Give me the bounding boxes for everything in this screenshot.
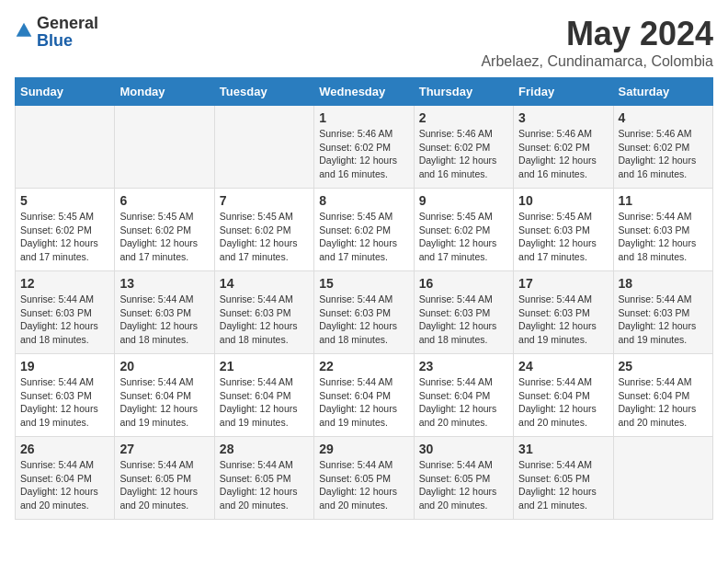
week-row-1: 1Sunrise: 5:46 AM Sunset: 6:02 PM Daylig…	[16, 106, 713, 189]
day-info: Sunrise: 5:44 AM Sunset: 6:04 PM Dayligh…	[419, 375, 508, 430]
day-info: Sunrise: 5:44 AM Sunset: 6:03 PM Dayligh…	[619, 293, 708, 347]
title-section: May 2024 Arbelaez, Cundinamarca, Colombi…	[481, 15, 713, 70]
calendar-table: SundayMondayTuesdayWednesdayThursdayFrid…	[15, 77, 713, 520]
empty-cell	[214, 106, 313, 189]
day-number: 29	[319, 442, 408, 456]
logo-icon	[15, 21, 33, 40]
day-cell-12: 12Sunrise: 5:44 AM Sunset: 6:03 PM Dayli…	[16, 271, 115, 354]
day-cell-7: 7Sunrise: 5:45 AM Sunset: 6:02 PM Daylig…	[214, 189, 313, 271]
header-cell-friday: Friday	[514, 78, 613, 106]
day-cell-16: 16Sunrise: 5:44 AM Sunset: 6:03 PM Dayli…	[414, 271, 513, 354]
day-number: 20	[119, 359, 209, 373]
empty-cell	[115, 106, 214, 189]
day-info: Sunrise: 5:44 AM Sunset: 6:03 PM Dayligh…	[20, 293, 109, 347]
day-info: Sunrise: 5:44 AM Sunset: 6:04 PM Dayligh…	[518, 375, 608, 430]
day-number: 4	[619, 110, 708, 125]
day-cell-29: 29Sunrise: 5:44 AM Sunset: 6:05 PM Dayli…	[314, 437, 414, 520]
day-number: 24	[518, 359, 608, 373]
day-number: 6	[119, 193, 209, 208]
day-cell-26: 26Sunrise: 5:44 AM Sunset: 6:04 PM Dayli…	[16, 437, 115, 520]
day-info: Sunrise: 5:44 AM Sunset: 6:04 PM Dayligh…	[119, 375, 209, 430]
day-number: 31	[518, 442, 608, 456]
day-cell-22: 22Sunrise: 5:44 AM Sunset: 6:04 PM Dayli…	[314, 354, 414, 437]
day-cell-23: 23Sunrise: 5:44 AM Sunset: 6:04 PM Dayli…	[414, 354, 513, 437]
day-cell-27: 27Sunrise: 5:44 AM Sunset: 6:05 PM Dayli…	[115, 437, 214, 520]
day-info: Sunrise: 5:44 AM Sunset: 6:05 PM Dayligh…	[220, 458, 309, 512]
subtitle: Arbelaez, Cundinamarca, Colombia	[481, 53, 713, 70]
day-info: Sunrise: 5:45 AM Sunset: 6:02 PM Dayligh…	[20, 210, 109, 264]
week-row-2: 5Sunrise: 5:45 AM Sunset: 6:02 PM Daylig…	[16, 189, 713, 271]
day-cell-15: 15Sunrise: 5:44 AM Sunset: 6:03 PM Dayli…	[314, 271, 414, 354]
day-number: 8	[319, 193, 408, 208]
day-number: 5	[20, 193, 109, 208]
day-cell-11: 11Sunrise: 5:44 AM Sunset: 6:03 PM Dayli…	[613, 189, 712, 271]
day-info: Sunrise: 5:44 AM Sunset: 6:05 PM Dayligh…	[119, 458, 209, 512]
page-header: General Blue May 2024 Arbelaez, Cundinam…	[15, 15, 713, 70]
day-cell-3: 3Sunrise: 5:46 AM Sunset: 6:02 PM Daylig…	[514, 106, 613, 189]
day-info: Sunrise: 5:44 AM Sunset: 6:04 PM Dayligh…	[619, 375, 708, 430]
day-cell-30: 30Sunrise: 5:44 AM Sunset: 6:05 PM Dayli…	[414, 437, 513, 520]
day-info: Sunrise: 5:45 AM Sunset: 6:03 PM Dayligh…	[518, 210, 608, 264]
day-info: Sunrise: 5:44 AM Sunset: 6:03 PM Dayligh…	[419, 293, 508, 347]
day-number: 10	[518, 193, 608, 208]
day-info: Sunrise: 5:45 AM Sunset: 6:02 PM Dayligh…	[220, 210, 309, 264]
day-info: Sunrise: 5:44 AM Sunset: 6:03 PM Dayligh…	[319, 293, 408, 347]
day-info: Sunrise: 5:44 AM Sunset: 6:03 PM Dayligh…	[220, 293, 309, 347]
day-cell-21: 21Sunrise: 5:44 AM Sunset: 6:04 PM Dayli…	[214, 354, 313, 437]
main-title: May 2024	[481, 15, 713, 53]
day-info: Sunrise: 5:46 AM Sunset: 6:02 PM Dayligh…	[419, 127, 508, 181]
day-info: Sunrise: 5:44 AM Sunset: 6:03 PM Dayligh…	[119, 293, 209, 347]
day-number: 19	[20, 359, 109, 373]
day-cell-31: 31Sunrise: 5:44 AM Sunset: 6:05 PM Dayli…	[514, 437, 613, 520]
logo-blue: Blue	[37, 32, 98, 50]
day-cell-25: 25Sunrise: 5:44 AM Sunset: 6:04 PM Dayli…	[613, 354, 712, 437]
day-number: 25	[619, 359, 708, 373]
day-number: 28	[220, 442, 309, 456]
header-cell-thursday: Thursday	[414, 78, 513, 106]
day-number: 30	[419, 442, 508, 456]
day-cell-2: 2Sunrise: 5:46 AM Sunset: 6:02 PM Daylig…	[414, 106, 513, 189]
header-cell-wednesday: Wednesday	[314, 78, 414, 106]
day-info: Sunrise: 5:46 AM Sunset: 6:02 PM Dayligh…	[319, 127, 408, 181]
day-cell-14: 14Sunrise: 5:44 AM Sunset: 6:03 PM Dayli…	[214, 271, 313, 354]
day-number: 15	[319, 276, 408, 291]
day-info: Sunrise: 5:44 AM Sunset: 6:04 PM Dayligh…	[220, 375, 309, 430]
empty-cell	[16, 106, 115, 189]
logo-general: General	[37, 15, 98, 32]
day-info: Sunrise: 5:45 AM Sunset: 6:02 PM Dayligh…	[119, 210, 209, 264]
day-info: Sunrise: 5:45 AM Sunset: 6:02 PM Dayligh…	[419, 210, 508, 264]
day-cell-13: 13Sunrise: 5:44 AM Sunset: 6:03 PM Dayli…	[115, 271, 214, 354]
header-cell-tuesday: Tuesday	[214, 78, 313, 106]
day-info: Sunrise: 5:44 AM Sunset: 6:05 PM Dayligh…	[319, 458, 408, 512]
week-row-4: 19Sunrise: 5:44 AM Sunset: 6:03 PM Dayli…	[16, 354, 713, 437]
header-cell-monday: Monday	[115, 78, 214, 106]
day-cell-1: 1Sunrise: 5:46 AM Sunset: 6:02 PM Daylig…	[314, 106, 414, 189]
day-number: 18	[619, 276, 708, 291]
day-number: 14	[220, 276, 309, 291]
day-info: Sunrise: 5:44 AM Sunset: 6:03 PM Dayligh…	[619, 210, 708, 264]
day-info: Sunrise: 5:44 AM Sunset: 6:03 PM Dayligh…	[518, 293, 608, 347]
day-cell-4: 4Sunrise: 5:46 AM Sunset: 6:02 PM Daylig…	[613, 106, 712, 189]
day-number: 23	[419, 359, 508, 373]
day-info: Sunrise: 5:44 AM Sunset: 6:04 PM Dayligh…	[319, 375, 408, 430]
day-number: 13	[119, 276, 209, 291]
header-cell-saturday: Saturday	[613, 78, 712, 106]
day-cell-8: 8Sunrise: 5:45 AM Sunset: 6:02 PM Daylig…	[314, 189, 414, 271]
day-number: 27	[119, 442, 209, 456]
day-info: Sunrise: 5:45 AM Sunset: 6:02 PM Dayligh…	[319, 210, 408, 264]
day-cell-28: 28Sunrise: 5:44 AM Sunset: 6:05 PM Dayli…	[214, 437, 313, 520]
day-number: 16	[419, 276, 508, 291]
header-row: SundayMondayTuesdayWednesdayThursdayFrid…	[16, 78, 713, 106]
week-row-5: 26Sunrise: 5:44 AM Sunset: 6:04 PM Dayli…	[16, 437, 713, 520]
day-number: 26	[20, 442, 109, 456]
day-number: 3	[518, 110, 608, 125]
day-number: 17	[518, 276, 608, 291]
day-cell-10: 10Sunrise: 5:45 AM Sunset: 6:03 PM Dayli…	[514, 189, 613, 271]
day-number: 12	[20, 276, 109, 291]
day-number: 2	[419, 110, 508, 125]
day-info: Sunrise: 5:44 AM Sunset: 6:05 PM Dayligh…	[518, 458, 608, 512]
day-number: 1	[319, 110, 408, 125]
day-cell-19: 19Sunrise: 5:44 AM Sunset: 6:03 PM Dayli…	[16, 354, 115, 437]
week-row-3: 12Sunrise: 5:44 AM Sunset: 6:03 PM Dayli…	[16, 271, 713, 354]
header-cell-sunday: Sunday	[16, 78, 115, 106]
